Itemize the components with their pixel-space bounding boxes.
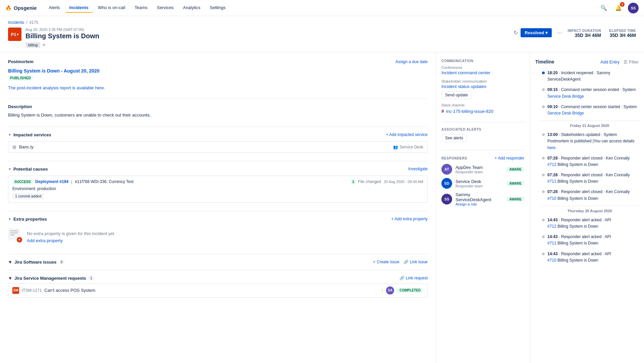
- tl-time-0: 18:20: [547, 71, 558, 75]
- timeline-entry-0: 18:20 · Incident reopened · Sammy Servic…: [541, 70, 639, 83]
- tl-time-7: 14:43: [547, 218, 558, 222]
- extra-properties-collapse[interactable]: ▼ Extra properties: [8, 217, 47, 222]
- tl-acked-link-711[interactable]: #711: [547, 241, 556, 245]
- impacted-services-section: ▼ Impacted services + Add impacted servi…: [8, 132, 428, 153]
- incident-title-row: P1 ▾ Aug 20, 2020 2:35 PM (GMT-07:00) Bi…: [8, 28, 636, 48]
- notification-button[interactable]: 🔔 3: [613, 3, 624, 13]
- tl-link-1[interactable]: Service Desk Bridge: [547, 94, 584, 99]
- user-avatar[interactable]: SS: [628, 3, 639, 13]
- tl-link-2[interactable]: Service Desk Bridge: [547, 111, 584, 116]
- tl-acked-text-710: Billing System is Down: [556, 258, 598, 263]
- responder-name-1: Service Desk: [455, 179, 503, 184]
- more-options-button[interactable]: ···: [554, 28, 565, 38]
- service-team: 👥 Service Desk: [393, 145, 423, 149]
- tl-text-4: · Responder alert closed · Ken Connally: [559, 156, 630, 161]
- responder-role-1: Responder team: [455, 184, 503, 188]
- tl-alert-link-710a[interactable]: #710: [547, 196, 556, 201]
- create-issue-button[interactable]: + Create issue: [373, 260, 399, 264]
- tl-alert-link-711[interactable]: #711: [547, 179, 556, 184]
- nav-alerts[interactable]: Alerts: [45, 3, 64, 13]
- collapse-arrow-extra: ▼: [8, 217, 11, 221]
- nav-teams[interactable]: Teams: [130, 3, 151, 13]
- tl-dot-1: [542, 88, 545, 91]
- add-extra-property-inline[interactable]: Add extra property: [27, 238, 115, 243]
- see-alerts-button[interactable]: See alerts: [441, 134, 467, 142]
- link-icon: 🔗: [404, 260, 409, 264]
- add-responder-button[interactable]: + Add responder: [495, 156, 524, 161]
- logo-icon: 🔥: [5, 5, 12, 11]
- conferences-block: Conferences Incident command center: [441, 65, 524, 75]
- add-extra-property-button[interactable]: + Add extra property: [391, 217, 428, 221]
- priority-badge[interactable]: P1 ▾: [8, 28, 21, 41]
- resolved-button[interactable]: Resolved ▾: [521, 28, 552, 37]
- impacted-services-title: Impacted services: [13, 132, 51, 137]
- tl-acked-link-712[interactable]: #712: [547, 224, 556, 229]
- nav-services[interactable]: Services: [153, 3, 178, 13]
- file-info: 1 File changed: [351, 179, 381, 184]
- breadcrumb-incidents[interactable]: Incidents: [8, 20, 24, 25]
- link-issue-button[interactable]: 🔗 Link issue: [404, 260, 428, 264]
- deployment-link[interactable]: Deployment #194: [35, 179, 68, 184]
- completed-badge: COMPLETED: [397, 288, 423, 293]
- postmortem-description[interactable]: The post-incident analysis report is ava…: [8, 85, 428, 90]
- refresh-button[interactable]: ↻: [514, 30, 518, 36]
- nav-analytics[interactable]: Analytics: [179, 3, 204, 13]
- responder-role-2[interactable]: Assign a role: [455, 202, 503, 206]
- app-logo[interactable]: 🔥 Opsgenie: [5, 5, 37, 11]
- responder-info-0: AppDev Team Responder team: [455, 165, 503, 174]
- timeline-entry-8: 14:43 · Responder alert acked · API #711…: [541, 234, 639, 246]
- assignee-avatar: SA: [386, 286, 394, 294]
- potential-causes-collapse[interactable]: ▼ Potential causes: [8, 167, 48, 172]
- nav-links: Alerts Incidents Who is on-call Teams Se…: [45, 3, 598, 13]
- environment: Environment: production: [12, 186, 423, 191]
- assign-due-date-button[interactable]: Assign a due date: [395, 59, 428, 64]
- extra-properties-section: ▼ Extra properties + Add extra property …: [8, 217, 428, 246]
- link-request-icon: 🔗: [399, 276, 405, 280]
- jira-service-mgmt-section: ▼ Jira Service Management requests 1 🔗 L…: [8, 276, 428, 298]
- jsm-request-row: SM ITSM-1271 Can't access POS System ↑ S…: [8, 283, 428, 298]
- tl-time-4: 07:28: [547, 156, 558, 161]
- add-tag-button[interactable]: +: [42, 42, 45, 48]
- billing-tag: billing: [25, 42, 40, 48]
- responder-name-0: AppDev Team: [455, 165, 503, 170]
- postmortem-link[interactable]: Billing System is Down - August 20, 2020: [8, 68, 100, 74]
- tl-acked-link-710[interactable]: #710: [547, 258, 556, 263]
- investigate-button[interactable]: Investigate: [408, 167, 428, 171]
- cause-date: 20 Aug 2020 - 09:40 AM: [384, 180, 423, 184]
- add-impacted-service-button[interactable]: + Add impacted service: [386, 132, 428, 137]
- tl-acked-text-712: Billing System is Down: [556, 224, 598, 229]
- stakeholder-link[interactable]: Incident status updates: [441, 84, 486, 89]
- responder-name-2: Sammy ServiceDeskAgent: [455, 192, 503, 202]
- jira-service-mgmt-title[interactable]: ▼ Jira Service Management requests 1: [8, 276, 94, 281]
- tl-dot-8: [542, 235, 545, 238]
- add-entry-button[interactable]: Add Entry: [600, 59, 620, 64]
- timeline-content-8: 14:43 · Responder alert acked · API #711…: [547, 234, 611, 246]
- tl-alert-link-712[interactable]: #712: [547, 162, 556, 167]
- nav-oncall[interactable]: Who is on-call: [94, 3, 129, 13]
- responder-info-2: Sammy ServiceDeskAgent Assign a role: [455, 192, 503, 206]
- send-update-button[interactable]: Send update: [441, 91, 472, 99]
- tl-dot-9: [542, 253, 545, 255]
- tl-acked-text-711: Billing System is Down: [556, 241, 598, 245]
- tl-alert-text-710a: Billing System is Down: [556, 196, 598, 201]
- jira-issues-title[interactable]: ▼ Jira Software issues 0: [8, 260, 65, 265]
- nav-incidents[interactable]: Incidents: [65, 3, 93, 13]
- nav-settings[interactable]: Settings: [206, 3, 230, 13]
- tl-time-3: 13:00: [547, 132, 558, 137]
- divider-c2: [441, 150, 524, 150]
- link-request-button[interactable]: 🔗 Link request: [399, 276, 428, 280]
- tl-text-7: · Responder alert acked · API: [559, 218, 611, 222]
- breadcrumb: Incidents / #175: [8, 20, 636, 25]
- slack-channel-link[interactable]: inc-175-billing-issue-820: [446, 109, 493, 114]
- filter-button[interactable]: ☰ Filter: [624, 59, 639, 64]
- jira-issues-header: ▼ Jira Software issues 0 + Create issue …: [8, 260, 428, 265]
- service-name: Banc.ly: [19, 144, 390, 149]
- tl-here-link[interactable]: here.: [547, 145, 556, 150]
- divider-6: [8, 270, 428, 270]
- extra-prop-text-container: No extra property is given for this inci…: [27, 228, 115, 243]
- tl-dot-3: [542, 133, 545, 136]
- slack-label: Slack channel: [441, 103, 524, 107]
- conference-link[interactable]: Incident command center: [441, 70, 490, 75]
- search-button[interactable]: 🔍: [598, 3, 609, 13]
- impacted-services-collapse[interactable]: ▼ Impacted services: [8, 132, 51, 137]
